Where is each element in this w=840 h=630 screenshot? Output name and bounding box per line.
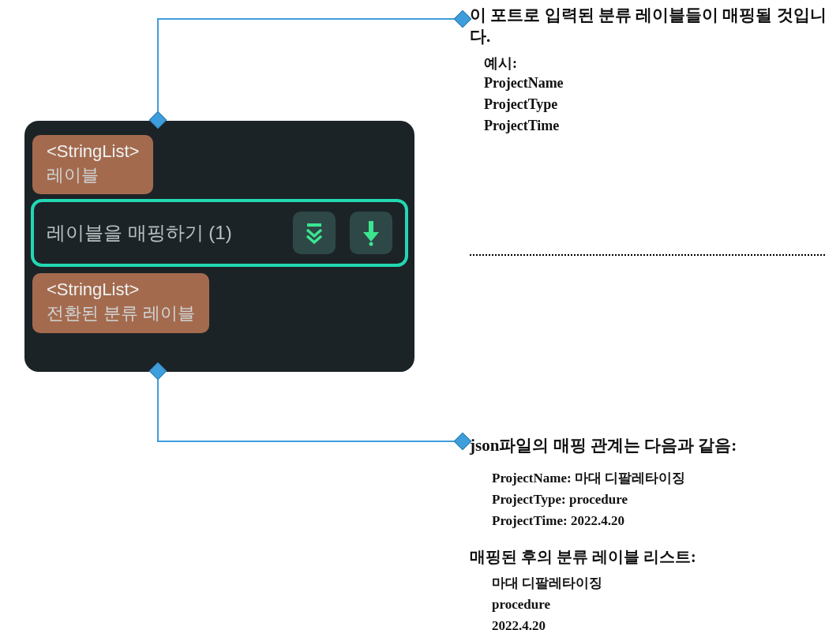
input-port-type: <StringList> bbox=[47, 140, 139, 163]
output-port[interactable]: <StringList> 전환된 분류 레이블 bbox=[32, 273, 209, 332]
example-label: 예시: bbox=[484, 54, 833, 73]
output-port-label: 전환된 분류 레이블 bbox=[47, 302, 195, 325]
example-item: ProjectTime bbox=[484, 115, 833, 137]
run-button[interactable] bbox=[350, 212, 392, 254]
mapping-list: ProjectName: 마대 디팔레타이징 ProjectType: proc… bbox=[492, 467, 833, 532]
node-block: <StringList> 레이블 레이블을 매핑하기 (1) <StringLi… bbox=[24, 121, 414, 372]
annotation-bottom-heading: json파일의 매핑 관계는 다음과 같음: bbox=[470, 434, 833, 456]
example-items: ProjectName ProjectType ProjectTime bbox=[484, 73, 833, 137]
svg-point-2 bbox=[369, 242, 373, 246]
connector-diamond-top bbox=[454, 10, 472, 28]
output-port-type: <StringList> bbox=[47, 278, 195, 302]
mapped-list-heading: 매핑된 후의 분류 레이블 리스트: bbox=[470, 546, 833, 568]
example-item: ProjectName bbox=[484, 73, 833, 94]
mapping-row: ProjectType: procedure bbox=[492, 489, 833, 510]
annotation-bottom: json파일의 매핑 관계는 다음과 같음: ProjectName: 마대 디… bbox=[470, 434, 833, 630]
mapping-key: ProjectType: bbox=[492, 489, 566, 510]
annotation-top: 이 포트로 입력된 분류 레이블들이 매핑될 것입니다. 예시: Project… bbox=[470, 5, 833, 137]
svg-rect-0 bbox=[307, 223, 321, 227]
double-chevron-down-icon bbox=[302, 221, 326, 245]
expand-button[interactable] bbox=[293, 212, 336, 254]
mapped-values: 마대 디팔레타이징 procedure 2022.4.20 bbox=[492, 572, 833, 630]
svg-rect-1 bbox=[369, 221, 373, 234]
connector-diamond-bottom bbox=[454, 433, 472, 451]
mapped-value: 2022.4.20 bbox=[492, 615, 833, 630]
dotted-divider bbox=[470, 254, 825, 256]
mapping-row: ProjectTime: 2022.4.20 bbox=[492, 510, 833, 531]
mapping-value: 마대 디팔레타이징 bbox=[575, 471, 685, 486]
input-port[interactable]: <StringList> 레이블 bbox=[32, 135, 153, 194]
mapping-key: ProjectName: bbox=[492, 467, 572, 489]
annotation-top-text: 이 포트로 입력된 분류 레이블들이 매핑될 것입니다. bbox=[470, 5, 833, 48]
mapping-value: 2022.4.20 bbox=[571, 513, 624, 528]
example-item: ProjectType bbox=[484, 94, 833, 115]
block-highlighted[interactable]: 레이블을 매핑하기 (1) bbox=[31, 199, 408, 267]
mapping-row: ProjectName: 마대 디팔레타이징 bbox=[492, 467, 833, 489]
arrow-down-icon bbox=[360, 219, 382, 246]
block-title: 레이블을 매핑하기 (1) bbox=[47, 220, 279, 246]
input-port-label: 레이블 bbox=[47, 163, 139, 187]
mapping-value: procedure bbox=[569, 492, 628, 507]
mapped-value: 마대 디팔레타이징 bbox=[492, 572, 833, 594]
mapping-key: ProjectTime: bbox=[492, 510, 568, 531]
mapped-value: procedure bbox=[492, 594, 833, 615]
